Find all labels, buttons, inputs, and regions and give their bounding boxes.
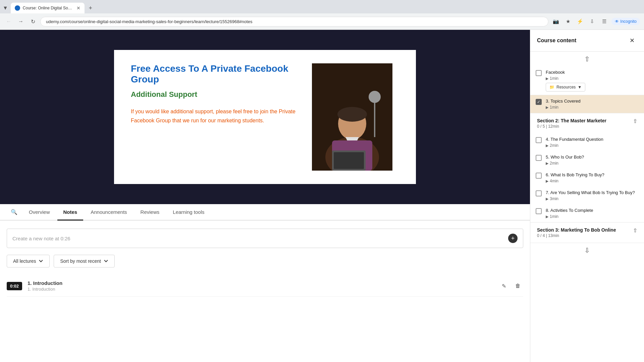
note-item: 0:02 1. Introduction 1. Introduction ✎ 🗑 xyxy=(7,276,523,297)
lecture-6[interactable]: 6. What Is Bob Trying To Buy? ▶ 4min xyxy=(530,169,644,187)
tab-title: Course: Online Digital Soci... xyxy=(23,6,74,10)
section-2-title: Section 2: The Master Marketer xyxy=(537,118,606,123)
browser-tabs-bar: ▼ Course: Online Digital Soci... ✕ + xyxy=(0,0,644,13)
lecture-info-7: 7. Are You Selling What Bob Is Trying To… xyxy=(546,190,637,201)
tab-announcements[interactable]: Announcements xyxy=(85,204,133,221)
all-lectures-filter[interactable]: All lectures xyxy=(7,255,50,267)
note-actions: ✎ 🗑 xyxy=(498,281,523,291)
section-3: Section 3: Marketing To Bob Online 0 / 4… xyxy=(530,223,644,243)
video-icon-8: ▶ xyxy=(546,215,548,219)
delete-note-button[interactable]: 🗑 xyxy=(513,281,523,291)
lecture-7[interactable]: 7. Are You Selling What Bob Is Trying To… xyxy=(530,187,644,204)
lecture-checkbox-6[interactable] xyxy=(536,173,542,179)
toolbar-icons: 📷 ★ ⚡ ⇩ ☰ 👁 Incognito xyxy=(551,17,640,26)
slide-text: Free Access To A Private Facebook Group … xyxy=(131,63,299,171)
camera-icon[interactable]: 📷 xyxy=(551,17,560,26)
lecture-8[interactable]: 8. Activities To Complete ▶ 1min xyxy=(530,204,644,222)
lecture-checkbox-topics[interactable]: ✓ xyxy=(536,99,542,105)
sidebar-header: Course content ✕ xyxy=(530,30,644,52)
url-text: udemy.com/course/online-digital-social-m… xyxy=(46,19,252,24)
sidebar-icon[interactable]: ☰ xyxy=(599,17,609,26)
course-sidebar: Course content ✕ ⇧ Facebook ▶ 1min 📁 xyxy=(530,30,644,362)
scroll-up-button[interactable]: ⇧ xyxy=(530,52,644,66)
section-3-title: Section 3: Marketing To Bob Online xyxy=(537,227,616,233)
tab-learning-tools[interactable]: Learning tools xyxy=(167,204,210,221)
filter-row: All lectures Sort by most recent xyxy=(7,255,523,267)
slide-body: If you would like additional support, pl… xyxy=(131,107,299,125)
all-lectures-label: All lectures xyxy=(13,258,36,264)
lecture-checkbox-5[interactable] xyxy=(536,155,542,161)
active-tab[interactable]: Course: Online Digital Soci... ✕ xyxy=(11,3,85,13)
lecture-info-4: 4. The Fundamental Question ▶ 2min xyxy=(546,137,637,148)
lecture-checkbox-7[interactable] xyxy=(536,190,542,196)
note-text: 1. Introduction 1. Introduction xyxy=(28,280,62,292)
lecture-title-5: 5. Who Is Our Bob? xyxy=(546,155,637,160)
lecture-title-4: 4. The Fundamental Question xyxy=(546,137,637,142)
svg-rect-9 xyxy=(334,152,364,169)
content-area: Free Access To A Private Facebook Group … xyxy=(0,30,530,362)
lecture-topics-covered[interactable]: ✓ 3. Topics Covered ▶ 1min xyxy=(530,95,644,113)
section-facebook-item: Facebook ▶ 1min 📁 Resources ▼ xyxy=(530,66,644,95)
incognito-icon: 👁 xyxy=(615,19,619,24)
tab-favicon xyxy=(15,5,20,11)
section-2-chevron-icon: ⇧ xyxy=(633,118,637,124)
lecture-duration-facebook: ▶ 1min xyxy=(546,76,637,81)
lecture-4[interactable]: 4. The Fundamental Question ▶ 2min xyxy=(530,133,644,151)
slide-subtitle: Additional Support xyxy=(131,90,299,99)
lecture-checkbox-4[interactable] xyxy=(536,137,542,143)
section-2-header[interactable]: Section 2: The Master Marketer 0 / 5 | 1… xyxy=(530,113,644,133)
note-title: 1. Introduction xyxy=(28,280,62,286)
add-note-button[interactable]: + xyxy=(508,234,518,243)
lecture-duration-6: ▶ 4min xyxy=(546,179,637,183)
slide-image xyxy=(312,63,399,171)
lecture-info-topics: 3. Topics Covered ▶ 1min xyxy=(546,99,637,110)
sidebar-title: Course content xyxy=(537,38,576,44)
video-icon-4: ▶ xyxy=(546,143,548,148)
svg-point-7 xyxy=(369,91,381,103)
note-timestamp: 0:02 xyxy=(7,282,22,290)
video-icon-7: ▶ xyxy=(546,197,548,201)
video-icon-6: ▶ xyxy=(546,179,548,183)
slide-content: Free Access To A Private Facebook Group … xyxy=(114,50,416,184)
scroll-down-button[interactable]: ⇩ xyxy=(530,243,644,258)
tab-reviews[interactable]: Reviews xyxy=(135,204,166,221)
lecture-checkbox-8[interactable] xyxy=(536,208,542,214)
reload-button[interactable]: ↻ xyxy=(28,17,38,26)
incognito-badge: 👁 Incognito xyxy=(611,18,640,25)
new-tab-button[interactable]: + xyxy=(86,3,95,13)
edit-note-button[interactable]: ✎ xyxy=(498,281,509,291)
lecture-facebook[interactable]: Facebook ▶ 1min 📁 Resources ▼ xyxy=(530,66,644,95)
svg-point-3 xyxy=(337,107,367,122)
lecture-5[interactable]: 5. Who Is Our Bob? ▶ 2min xyxy=(530,151,644,169)
back-button[interactable]: ← xyxy=(4,17,13,26)
bookmark-icon[interactable]: ★ xyxy=(563,17,573,26)
close-sidebar-button[interactable]: ✕ xyxy=(627,35,637,46)
search-tab-icon[interactable]: 🔍 xyxy=(7,204,21,220)
extension-icon[interactable]: ⚡ xyxy=(575,17,585,26)
sort-label: Sort by most recent xyxy=(60,258,101,264)
note-subtitle: 1. Introduction xyxy=(28,287,62,292)
download-icon[interactable]: ⇩ xyxy=(587,17,597,26)
slide-title: Free Access To A Private Facebook Group xyxy=(131,63,299,85)
tab-notes[interactable]: Notes xyxy=(57,204,84,221)
tab-close-button[interactable]: ✕ xyxy=(76,5,80,11)
tab-navigation: 🔍 Overview Notes Announcements Reviews L… xyxy=(0,204,530,221)
new-note-field[interactable]: Create a new note at 0:26 + xyxy=(7,229,523,248)
lecture-duration-topics: ▶ 1min xyxy=(546,105,637,110)
notes-section: Create a new note at 0:26 + All lectures… xyxy=(0,221,530,305)
presenter-image xyxy=(312,63,392,171)
video-icon: ▶ xyxy=(546,76,548,81)
resources-button[interactable]: 📁 Resources ▼ xyxy=(546,83,585,92)
tab-list-button[interactable]: ▼ xyxy=(3,5,8,11)
tab-overview[interactable]: Overview xyxy=(23,204,56,221)
lecture-title-facebook: Facebook xyxy=(546,70,637,75)
lecture-info-8: 8. Activities To Complete ▶ 1min xyxy=(546,208,637,219)
main-layout: Free Access To A Private Facebook Group … xyxy=(0,30,644,362)
forward-button[interactable]: → xyxy=(16,17,25,26)
address-bar[interactable]: udemy.com/course/online-digital-social-m… xyxy=(40,17,548,26)
sort-filter[interactable]: Sort by most recent xyxy=(54,255,114,267)
lecture-title-6: 6. What Is Bob Trying To Buy? xyxy=(546,172,637,177)
section-2-meta: 0 / 5 | 12min xyxy=(537,124,606,129)
lecture-checkbox-facebook[interactable] xyxy=(536,70,542,76)
section-3-header[interactable]: Section 3: Marketing To Bob Online 0 / 4… xyxy=(530,223,644,243)
